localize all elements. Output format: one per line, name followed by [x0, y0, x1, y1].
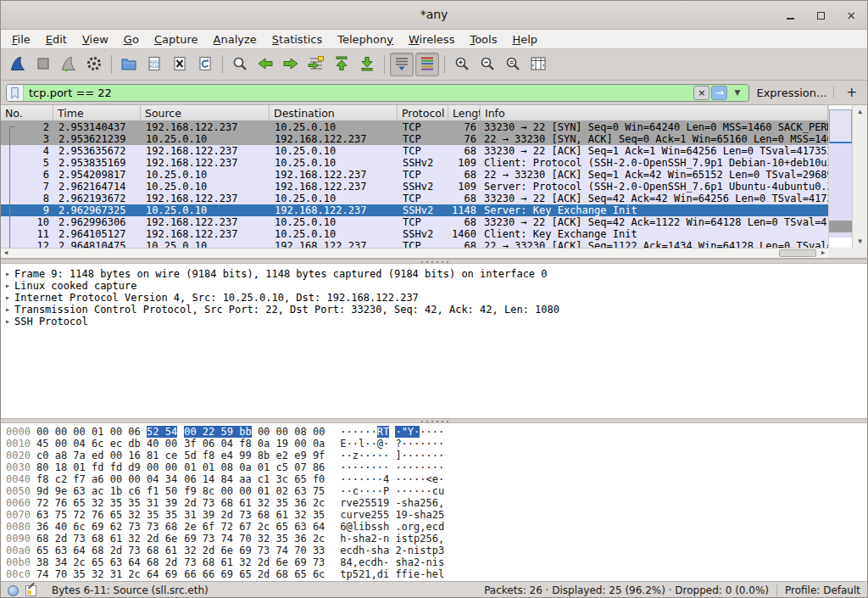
- menu-analyze[interactable]: Analyze: [206, 31, 264, 48]
- menu-telephony[interactable]: Telephony: [330, 31, 401, 48]
- display-filter-field[interactable]: × → ▼: [6, 84, 749, 102]
- go-first-button[interactable]: [330, 53, 353, 76]
- menu-edit[interactable]: Edit: [38, 31, 75, 48]
- scroll-down-arrow-icon[interactable]: ▼: [853, 238, 867, 245]
- go-back-button[interactable]: [253, 53, 277, 76]
- menu-file[interactable]: File: [4, 31, 38, 48]
- menu-capture[interactable]: Capture: [147, 31, 206, 48]
- cell-dst: 192.168.122.237: [270, 204, 398, 216]
- filter-dropdown-caret[interactable]: ▼: [729, 86, 745, 100]
- open-file-button[interactable]: [117, 53, 141, 76]
- packet-row-4[interactable]: 42.953635672192.168.122.23710.25.0.10TCP…: [1, 145, 828, 157]
- auto-scroll-icon: [393, 55, 410, 75]
- menu-wireless[interactable]: Wireless: [401, 31, 462, 48]
- packet-row-7[interactable]: 72.96216471410.25.0.10192.168.122.237SSH…: [1, 181, 828, 193]
- column-header-no[interactable]: No.: [1, 105, 53, 120]
- zoom-out-button[interactable]: [476, 53, 499, 76]
- detail-line-0[interactable]: ▸Frame 9: 1148 bytes on wire (9184 bits)…: [1, 268, 867, 280]
- vertical-scrollbar-thumb[interactable]: [829, 109, 852, 143]
- minimize-button[interactable]: [782, 8, 798, 23]
- packet-list-horizontal-scrollbar[interactable]: ◀ ▶: [1, 248, 828, 258]
- zoom-in-button[interactable]: [450, 53, 474, 76]
- expression-button[interactable]: Expression...: [756, 87, 826, 99]
- filter-bookmark-button[interactable]: [7, 85, 24, 101]
- restart-capture-button[interactable]: [57, 53, 81, 76]
- packet-list-vertical-scrollbar[interactable]: ▲ ▼: [828, 105, 867, 248]
- hex-row-0070[interactable]: 007063 75 72 76 65 32 35 3531 39 2d 73 6…: [6, 509, 867, 521]
- packet-row-5[interactable]: 52.953835169192.168.122.23710.25.0.10SSH…: [1, 157, 828, 169]
- expand-arrow-icon[interactable]: ▸: [1, 292, 14, 304]
- menu-statistics[interactable]: Statistics: [264, 31, 330, 48]
- menu-view[interactable]: View: [75, 31, 116, 48]
- column-header-time[interactable]: Time: [53, 105, 141, 120]
- hex-row-00a0[interactable]: 00a065 63 64 68 2d 73 68 6132 2d 6e 69 7…: [6, 545, 867, 556]
- packet-row-10[interactable]: 102.962996306192.168.122.23710.25.0.10TC…: [1, 216, 828, 228]
- column-header-source[interactable]: Source: [141, 105, 270, 120]
- capture-options-button[interactable]: [82, 53, 106, 76]
- capture-comment-icon[interactable]: [25, 585, 36, 596]
- hex-row-0050[interactable]: 00509d 9e 63 ac 1b c6 f1 50f9 8c 00 00 0…: [6, 485, 867, 497]
- menu-go[interactable]: Go: [116, 31, 147, 48]
- packet-row-6[interactable]: 62.95420981710.25.0.10192.168.122.237TCP…: [1, 169, 828, 181]
- hex-row-0020[interactable]: 0020c0 a8 7a ed 00 16 81 ce5d f8 e4 99 8…: [6, 450, 867, 461]
- go-to-packet-button[interactable]: [304, 53, 328, 76]
- detail-line-2[interactable]: ▸Internet Protocol Version 4, Src: 10.25…: [1, 292, 867, 304]
- stop-capture-button[interactable]: [31, 53, 55, 76]
- scroll-up-arrow-icon[interactable]: ▲: [853, 108, 867, 115]
- detail-line-3[interactable]: ▸Transmission Control Protocol, Src Port…: [1, 304, 867, 316]
- save-file-button[interactable]: 01010110: [142, 53, 166, 76]
- hex-row-0040[interactable]: 0040f8 c2 f7 a6 00 00 04 3406 14 84 aa c…: [6, 473, 867, 485]
- start-capture-button[interactable]: [6, 53, 30, 76]
- colorize-button[interactable]: [415, 53, 439, 76]
- packet-row-8[interactable]: 82.962193672192.168.122.23710.25.0.10TCP…: [1, 193, 828, 204]
- expand-arrow-icon[interactable]: ▸: [1, 268, 14, 280]
- scroll-right-arrow-icon[interactable]: ▶: [818, 249, 828, 258]
- auto-scroll-button[interactable]: [390, 53, 414, 76]
- expand-arrow-icon[interactable]: ▸: [1, 280, 14, 292]
- column-header-protocol[interactable]: Protocol: [398, 105, 448, 120]
- intelligent-scrollbar-minimap[interactable]: [829, 107, 852, 246]
- cell-src: 192.168.122.237: [141, 145, 270, 157]
- hex-row-0000[interactable]: 000000 00 00 01 00 06 52 5400 22 59 bb 0…: [6, 426, 867, 438]
- packet-row-3[interactable]: 32.95362123910.25.0.10192.168.122.237TCP…: [1, 133, 828, 145]
- horizontal-scrollbar-thumb[interactable]: [779, 249, 816, 257]
- packet-row-12[interactable]: 122.96481047510.25.0.10192.168.122.237TC…: [1, 240, 828, 248]
- display-filter-input[interactable]: [24, 85, 693, 101]
- expand-arrow-icon[interactable]: ▸: [1, 316, 14, 327]
- hex-row-0060[interactable]: 006072 76 65 32 35 35 31 392d 73 68 61 3…: [6, 497, 867, 509]
- hex-row-0010[interactable]: 001045 00 04 6c ec db 40 003f 06 04 f8 0…: [6, 438, 867, 450]
- hex-row-0080[interactable]: 008036 40 6c 69 62 73 73 682e 6f 72 67 2…: [6, 521, 867, 533]
- pane-splitter-bottom[interactable]: [1, 418, 867, 423]
- expand-arrow-icon[interactable]: ▸: [1, 304, 14, 316]
- expert-info-icon[interactable]: [8, 585, 19, 596]
- find-packet-button[interactable]: [228, 53, 252, 76]
- column-header-length[interactable]: Length: [448, 105, 481, 120]
- maximize-button[interactable]: [813, 8, 828, 23]
- hex-row-0090[interactable]: 009068 2d 73 68 61 32 2d 6e69 73 74 70 3…: [6, 533, 867, 545]
- resize-columns-button[interactable]: [526, 53, 550, 76]
- packet-row-9[interactable]: 92.96296732510.25.0.10192.168.122.237SSH…: [1, 204, 828, 216]
- column-header-destination[interactable]: Destination: [270, 105, 398, 120]
- packet-row-11[interactable]: 112.964105127192.168.122.23710.25.0.10SS…: [1, 228, 828, 240]
- detail-line-1[interactable]: ▸Linux cooked capture: [1, 280, 867, 292]
- menu-tools[interactable]: Tools: [462, 31, 504, 48]
- close-button[interactable]: ×: [843, 8, 859, 23]
- filter-clear-button[interactable]: ×: [693, 86, 709, 100]
- column-header-info[interactable]: Info: [481, 105, 828, 120]
- go-last-button[interactable]: [355, 53, 379, 76]
- pane-splitter-top[interactable]: [1, 259, 867, 264]
- status-profile[interactable]: Profile: Default: [785, 584, 860, 596]
- close-file-button[interactable]: [168, 53, 192, 76]
- hex-row-00b0[interactable]: 00b038 34 2c 65 63 64 68 2d73 68 61 32 2…: [6, 556, 867, 568]
- menu-help[interactable]: Help: [504, 31, 545, 48]
- hex-row-00c0[interactable]: 00c074 70 35 32 31 2c 64 6966 66 69 65 2…: [6, 568, 867, 580]
- packet-row-2[interactable]: 22.953140437192.168.122.23710.25.0.10TCP…: [1, 121, 828, 133]
- scroll-left-arrow-icon[interactable]: ◀: [1, 249, 11, 258]
- zoom-original-button[interactable]: [501, 53, 525, 76]
- filter-apply-button[interactable]: →: [711, 86, 727, 100]
- add-filter-button[interactable]: +: [841, 85, 862, 100]
- reload-file-button[interactable]: [193, 53, 217, 76]
- detail-line-4[interactable]: ▸SSH Protocol: [1, 316, 867, 327]
- go-forward-button[interactable]: [279, 53, 303, 76]
- hex-row-0030[interactable]: 003080 18 01 fd fd d9 00 0001 01 08 0a 0…: [6, 461, 867, 473]
